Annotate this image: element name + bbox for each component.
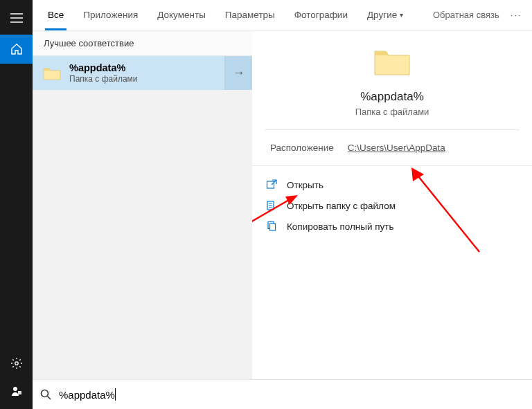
tab-documents[interactable]: Документы <box>148 0 215 30</box>
chevron-down-icon: ▾ <box>400 11 403 19</box>
tab-label: Приложения <box>83 10 138 20</box>
preview-column: %appdata% Папка с файлами Расположение C… <box>252 30 532 379</box>
preview-hero: %appdata% Папка с файлами <box>265 46 520 130</box>
svg-rect-3 <box>267 181 274 188</box>
search-icon <box>39 388 52 401</box>
tab-label: Фотографии <box>294 10 348 20</box>
result-item-subtitle: Папка с файлами <box>69 74 138 84</box>
svg-point-11 <box>42 390 48 397</box>
action-label: Открыть <box>287 180 323 190</box>
tab-settings[interactable]: Параметры <box>215 0 285 30</box>
folder-icon <box>43 66 61 81</box>
tab-label: Документы <box>157 10 206 20</box>
feedback-label: Обратная связь <box>433 10 499 20</box>
main-panel: Все Приложения Документы Параметры Фотог… <box>33 0 532 409</box>
action-open[interactable]: Открыть <box>258 174 526 195</box>
result-item-title: %appdata% <box>69 62 138 74</box>
arrow-right-icon: → <box>233 66 245 80</box>
preview-title: %appdata% <box>360 90 424 104</box>
results-section-header: Лучшее соответствие <box>33 30 252 56</box>
tabs-row: Все Приложения Документы Параметры Фотог… <box>33 0 532 30</box>
tab-label: Все <box>48 10 64 20</box>
open-icon <box>266 179 277 190</box>
svg-point-1 <box>13 387 17 391</box>
svg-point-0 <box>15 362 17 365</box>
text-caret <box>115 388 116 401</box>
result-item-text: %appdata% Папка с файлами <box>69 62 138 84</box>
action-label: Открыть папку с файлом <box>287 201 396 211</box>
home-icon[interactable] <box>0 35 33 64</box>
search-row: %appdata% <box>33 379 532 409</box>
tab-photos[interactable]: Фотографии <box>285 0 357 30</box>
action-open-folder[interactable]: Открыть папку с файлом <box>258 195 526 216</box>
tab-label: Параметры <box>225 10 275 20</box>
open-folder-icon <box>266 200 277 211</box>
account-icon[interactable] <box>0 377 33 405</box>
content-area: Лучшее соответствие %appdata% Папка с фа… <box>33 30 532 379</box>
actions-list: Открыть Открыть папку с файлом Копироват… <box>252 166 532 245</box>
tab-label: Другие <box>367 10 397 20</box>
feedback-link[interactable]: Обратная связь <box>426 10 506 20</box>
location-row: Расположение C:\Users\User\AppData <box>252 130 532 166</box>
folder-icon <box>373 46 411 90</box>
svg-rect-6 <box>270 224 276 230</box>
tab-all[interactable]: Все <box>38 0 73 30</box>
tab-more[interactable]: Другие▾ <box>357 0 413 30</box>
result-item: %appdata% Папка с файлами → <box>33 56 252 90</box>
hamburger-icon[interactable] <box>0 4 33 32</box>
location-label: Расположение <box>270 143 334 153</box>
svg-rect-2 <box>18 391 21 394</box>
location-path[interactable]: C:\Users\User\AppData <box>348 143 445 153</box>
result-item-main[interactable]: %appdata% Папка с файлами <box>33 62 224 84</box>
search-input-value[interactable]: %appdata% <box>59 389 115 401</box>
action-copy-path[interactable]: Копировать полный путь <box>258 216 526 237</box>
more-options-icon[interactable]: ··· <box>506 10 526 20</box>
results-column: Лучшее соответствие %appdata% Папка с фа… <box>33 30 252 379</box>
copy-icon <box>266 221 277 232</box>
action-label: Копировать полный путь <box>287 221 394 232</box>
expand-arrow-button[interactable]: → <box>224 56 252 90</box>
svg-line-12 <box>48 397 51 400</box>
tab-apps[interactable]: Приложения <box>73 0 148 30</box>
preview-subtitle: Папка с файлами <box>355 107 429 117</box>
left-rail <box>0 0 33 409</box>
settings-icon[interactable] <box>0 349 33 377</box>
